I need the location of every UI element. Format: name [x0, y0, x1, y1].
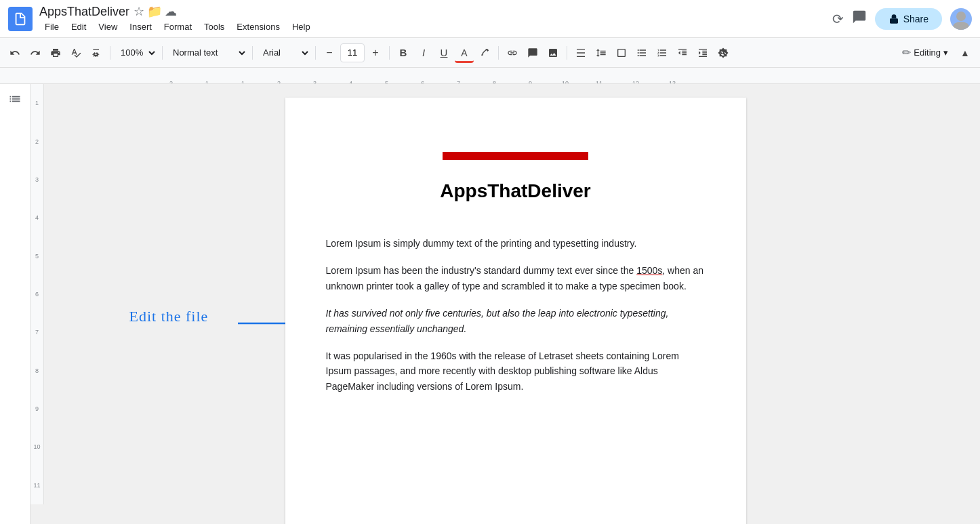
- ruler: 2 1 1 2 3 4 5 6 7 8 9 10 11 12: [0, 68, 980, 84]
- comment-icon[interactable]: [852, 9, 867, 28]
- document-title: AppsThatDeliver: [326, 180, 706, 202]
- font-size-decrease-button[interactable]: −: [320, 43, 339, 63]
- underline-button[interactable]: U: [434, 43, 453, 63]
- title-bar: AppsThatDeliver ☆ 📁 ☁ File Edit View Ins…: [0, 0, 980, 38]
- increase-indent-button[interactable]: [693, 43, 712, 63]
- bullet-list-button[interactable]: [632, 43, 651, 63]
- link-button[interactable]: [503, 43, 522, 63]
- numbered-list-button[interactable]: [653, 43, 672, 63]
- vertical-ruler: 1234567891011: [30, 84, 44, 504]
- share-label: Share: [903, 14, 928, 24]
- menu-help[interactable]: Help: [287, 20, 316, 33]
- title-section: AppsThatDeliver ☆ 📁 ☁ File Edit View Ins…: [39, 4, 832, 33]
- star-icon[interactable]: ☆: [134, 4, 144, 19]
- clear-format-button[interactable]: [714, 43, 733, 63]
- paragraph-4[interactable]: It was popularised in the 1960s with the…: [326, 348, 706, 394]
- italic-button[interactable]: I: [414, 43, 433, 63]
- redo-button[interactable]: [26, 43, 45, 63]
- separator-4: [315, 46, 316, 60]
- doc-title-text[interactable]: AppsThatDeliver: [39, 5, 129, 19]
- spellcheck-button[interactable]: [66, 43, 85, 63]
- svg-rect-0: [890, 18, 898, 23]
- separator-1: [110, 46, 110, 60]
- paint-format-button[interactable]: [87, 43, 106, 63]
- menu-format[interactable]: Format: [159, 20, 197, 33]
- comment-insert-button[interactable]: [523, 43, 542, 63]
- outline-icon[interactable]: [8, 92, 22, 109]
- separator-7: [567, 46, 567, 60]
- page-container: Edit the file AppsThatDeliver Lorem Ipsu…: [285, 98, 746, 524]
- menu-extensions[interactable]: Extensions: [231, 20, 285, 33]
- svg-point-1: [956, 12, 966, 21]
- menu-tools[interactable]: Tools: [199, 20, 230, 33]
- para2-link[interactable]: 1500s: [636, 265, 662, 276]
- share-button[interactable]: Share: [875, 8, 942, 30]
- outline-panel: [0, 84, 30, 524]
- document-area[interactable]: 1234567891011 Edit the file AppsThatDe: [30, 84, 980, 524]
- red-bar: [443, 152, 588, 160]
- image-button[interactable]: [544, 43, 563, 63]
- align-button[interactable]: [571, 43, 590, 63]
- separator-3: [252, 46, 253, 60]
- annotation-text: Edit the file: [129, 308, 209, 325]
- paragraph-1[interactable]: Lorem Ipsum is simply dummy text of the …: [326, 236, 706, 251]
- undo-button[interactable]: [5, 43, 24, 63]
- collapse-toolbar-button[interactable]: ▲: [956, 43, 975, 63]
- para2-part1: Lorem Ipsum has been the industry's stan…: [326, 265, 637, 276]
- style-select[interactable]: Normal text Heading 1 Heading 2: [167, 43, 248, 63]
- folder-icon[interactable]: 📁: [147, 4, 162, 19]
- zoom-select[interactable]: 100%: [115, 43, 158, 63]
- annotation: Edit the file: [129, 308, 209, 325]
- font-size-increase-button[interactable]: +: [366, 43, 385, 63]
- chevron-down-icon: ▾: [943, 47, 948, 58]
- avatar[interactable]: [950, 8, 972, 30]
- separator-2: [162, 46, 163, 60]
- checklist-button[interactable]: [612, 43, 631, 63]
- menu-file[interactable]: File: [39, 20, 64, 33]
- editing-mode-label: Editing: [914, 47, 941, 58]
- menu-insert[interactable]: Insert: [124, 20, 157, 33]
- text-color-button[interactable]: A: [455, 43, 474, 63]
- editing-mode-dropdown[interactable]: ✏ Editing ▾: [896, 43, 954, 63]
- font-size-input[interactable]: [340, 43, 365, 62]
- print-button[interactable]: [46, 43, 65, 63]
- line-spacing-button[interactable]: [592, 43, 611, 63]
- decrease-indent-button[interactable]: [673, 43, 692, 63]
- menu-view[interactable]: View: [93, 20, 123, 33]
- separator-6: [498, 46, 499, 60]
- title-bar-right: ⟳ Share: [832, 8, 972, 30]
- paragraph-3[interactable]: It has survived not only five centuries,…: [326, 306, 706, 336]
- menu-edit[interactable]: Edit: [66, 20, 91, 33]
- cloud-icon[interactable]: ☁: [165, 4, 177, 19]
- highlight-button[interactable]: [475, 43, 494, 63]
- main-layout: 1234567891011 Edit the file AppsThatDe: [0, 84, 980, 524]
- menu-bar: File Edit View Insert Format Tools Exten…: [39, 20, 832, 33]
- toolbar: 100% Normal text Heading 1 Heading 2 Ari…: [0, 38, 980, 68]
- pencil-icon: ✏: [902, 46, 911, 59]
- doc-icon: [8, 7, 33, 31]
- bold-button[interactable]: B: [394, 43, 413, 63]
- paragraph-2[interactable]: Lorem Ipsum has been the industry's stan…: [326, 263, 706, 294]
- svg-point-2: [953, 22, 969, 30]
- page[interactable]: AppsThatDeliver Lorem Ipsum is simply du…: [285, 98, 746, 524]
- separator-5: [389, 46, 390, 60]
- history-icon[interactable]: ⟳: [832, 11, 844, 27]
- font-select[interactable]: Arial: [257, 43, 311, 63]
